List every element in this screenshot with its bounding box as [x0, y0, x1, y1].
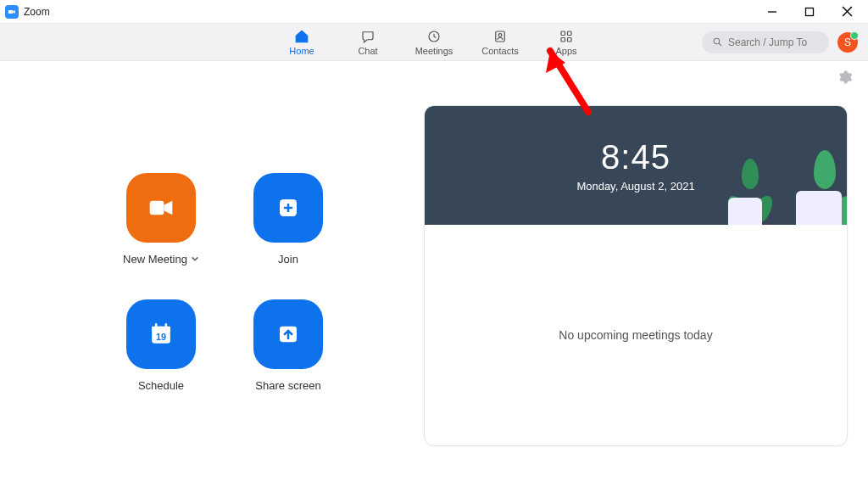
upcoming-panel: 8:45 Monday, August 2, 2021 No upcoming … — [424, 105, 860, 446]
svg-rect-11 — [568, 37, 572, 42]
clock-time: 8:45 — [601, 138, 670, 176]
chat-icon — [360, 29, 376, 44]
maximize-button[interactable] — [798, 3, 821, 20]
tab-label: Meetings — [415, 46, 453, 56]
action-panel: New Meeting Join 19 Schedule — [8, 105, 415, 446]
svg-rect-8 — [561, 31, 565, 36]
tab-apps[interactable]: Apps — [545, 29, 587, 56]
video-icon — [126, 173, 196, 243]
plus-icon — [253, 173, 323, 243]
nav-tabs: Home Chat Meetings Contacts Apps — [281, 24, 587, 60]
top-nav: Home Chat Meetings Contacts Apps Search … — [0, 23, 868, 61]
svg-rect-2 — [806, 8, 814, 15]
join-button[interactable]: Join — [225, 173, 352, 266]
avatar-initial: S — [844, 36, 851, 48]
zoom-app-icon — [5, 5, 19, 19]
plant-decoration — [728, 198, 762, 225]
svg-rect-0 — [8, 9, 13, 13]
main-content: New Meeting Join 19 Schedule — [0, 88, 868, 455]
schedule-button[interactable]: 19 Schedule — [97, 299, 225, 392]
svg-text:19: 19 — [156, 332, 166, 342]
share-icon — [253, 299, 323, 369]
svg-rect-10 — [561, 37, 565, 42]
window-controls — [761, 3, 863, 20]
minimize-button[interactable] — [761, 3, 783, 20]
svg-rect-14 — [150, 201, 164, 215]
titlebar: Zoom — [0, 0, 868, 23]
tab-contacts[interactable]: Contacts — [479, 29, 521, 56]
action-label: Schedule — [138, 379, 184, 392]
tab-label: Home — [289, 46, 314, 56]
svg-rect-9 — [568, 31, 572, 36]
tab-meetings[interactable]: Meetings — [413, 29, 455, 56]
svg-point-7 — [498, 33, 502, 36]
avatar[interactable]: S — [837, 32, 858, 53]
action-label: New Meeting — [123, 253, 187, 266]
clock-icon — [426, 29, 442, 44]
search-icon — [712, 36, 723, 48]
svg-line-13 — [719, 43, 721, 46]
svg-point-12 — [714, 38, 720, 44]
action-label: Share screen — [255, 379, 320, 392]
tab-label: Chat — [358, 46, 377, 56]
home-icon — [294, 29, 309, 44]
window-title: Zoom — [24, 6, 50, 18]
clock-hero: 8:45 Monday, August 2, 2021 — [425, 106, 847, 225]
action-label: Join — [278, 253, 298, 266]
search-placeholder: Search / Jump To — [728, 36, 807, 48]
search-input[interactable]: Search / Jump To — [702, 31, 829, 53]
settings-button[interactable] — [837, 70, 853, 88]
chevron-down-icon[interactable] — [191, 253, 199, 266]
gear-icon — [837, 70, 853, 85]
upcoming-body: No upcoming meetings today — [425, 225, 847, 445]
new-meeting-button[interactable]: New Meeting — [97, 173, 225, 266]
close-button[interactable] — [836, 3, 858, 20]
share-screen-button[interactable]: Share screen — [225, 299, 352, 392]
clock-date: Monday, August 2, 2021 — [576, 180, 694, 193]
tab-label: Apps — [555, 46, 576, 56]
tab-chat[interactable]: Chat — [347, 29, 389, 56]
apps-icon — [559, 29, 574, 44]
calendar-icon: 19 — [126, 299, 196, 369]
plant-decoration — [796, 191, 842, 225]
upcoming-card: 8:45 Monday, August 2, 2021 No upcoming … — [424, 105, 848, 446]
svg-rect-19 — [152, 327, 170, 332]
tab-label: Contacts — [481, 46, 518, 56]
upcoming-empty-text: No upcoming meetings today — [559, 328, 712, 342]
tab-home[interactable]: Home — [281, 29, 323, 56]
contacts-icon — [492, 29, 508, 44]
